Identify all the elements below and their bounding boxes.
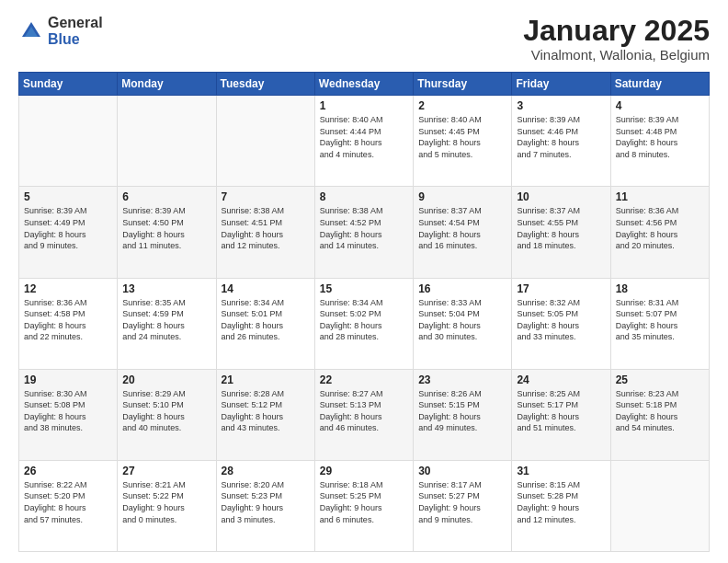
day-info: Sunrise: 8:38 AM Sunset: 4:52 PM Dayligh… <box>320 205 408 251</box>
day-number: 2 <box>418 99 506 112</box>
day-number: 13 <box>122 282 210 295</box>
day-info: Sunrise: 8:31 AM Sunset: 5:07 PM Dayligh… <box>616 297 704 343</box>
calendar-cell: 16Sunrise: 8:33 AM Sunset: 5:04 PM Dayli… <box>414 278 512 369</box>
calendar-cell: 28Sunrise: 8:20 AM Sunset: 5:23 PM Dayli… <box>216 460 314 551</box>
day-info: Sunrise: 8:33 AM Sunset: 5:04 PM Dayligh… <box>418 297 506 343</box>
calendar-cell: 21Sunrise: 8:28 AM Sunset: 5:12 PM Dayli… <box>216 369 314 460</box>
day-number: 15 <box>320 282 408 295</box>
day-info: Sunrise: 8:17 AM Sunset: 5:27 PM Dayligh… <box>418 479 506 525</box>
day-number: 29 <box>320 465 408 477</box>
day-info: Sunrise: 8:28 AM Sunset: 5:12 PM Dayligh… <box>222 388 310 434</box>
day-number: 14 <box>222 282 310 295</box>
day-number: 23 <box>418 373 506 386</box>
calendar-cell: 17Sunrise: 8:32 AM Sunset: 5:05 PM Dayli… <box>512 278 610 369</box>
day-info: Sunrise: 8:30 AM Sunset: 5:08 PM Dayligh… <box>24 388 112 434</box>
day-number: 30 <box>418 465 506 477</box>
day-number: 20 <box>122 373 210 386</box>
day-info: Sunrise: 8:36 AM Sunset: 4:56 PM Dayligh… <box>616 205 704 251</box>
calendar-week-0: 1Sunrise: 8:40 AM Sunset: 4:44 PM Daylig… <box>19 96 710 187</box>
day-info: Sunrise: 8:38 AM Sunset: 4:51 PM Dayligh… <box>222 205 310 251</box>
header-sunday: Sunday <box>19 73 118 96</box>
day-info: Sunrise: 8:27 AM Sunset: 5:13 PM Dayligh… <box>320 388 408 434</box>
day-number: 22 <box>320 373 408 386</box>
calendar-cell: 3Sunrise: 8:39 AM Sunset: 4:46 PM Daylig… <box>512 96 610 187</box>
calendar-cell: 10Sunrise: 8:37 AM Sunset: 4:55 PM Dayli… <box>512 187 610 278</box>
day-info: Sunrise: 8:25 AM Sunset: 5:17 PM Dayligh… <box>517 388 605 434</box>
day-info: Sunrise: 8:37 AM Sunset: 4:54 PM Dayligh… <box>418 205 506 251</box>
day-number: 9 <box>418 190 506 203</box>
day-number: 1 <box>320 99 408 112</box>
calendar-cell: 22Sunrise: 8:27 AM Sunset: 5:13 PM Dayli… <box>314 369 413 460</box>
calendar-cell: 14Sunrise: 8:34 AM Sunset: 5:01 PM Dayli… <box>216 278 314 369</box>
day-number: 5 <box>24 190 112 203</box>
day-number: 10 <box>517 190 605 203</box>
day-number: 17 <box>517 282 605 295</box>
calendar-week-1: 5Sunrise: 8:39 AM Sunset: 4:49 PM Daylig… <box>19 187 710 278</box>
logo: General Blue <box>18 15 103 47</box>
day-number: 3 <box>517 99 605 112</box>
day-number: 24 <box>517 373 605 386</box>
logo-general: General <box>48 15 103 31</box>
calendar-cell: 19Sunrise: 8:30 AM Sunset: 5:08 PM Dayli… <box>19 369 118 460</box>
calendar-table: Sunday Monday Tuesday Wednesday Thursday… <box>18 72 710 552</box>
day-info: Sunrise: 8:36 AM Sunset: 4:58 PM Dayligh… <box>24 297 112 343</box>
calendar-cell <box>216 96 314 187</box>
calendar-week-4: 26Sunrise: 8:22 AM Sunset: 5:20 PM Dayli… <box>19 460 710 551</box>
calendar-cell <box>118 96 216 187</box>
day-number: 8 <box>320 190 408 203</box>
header-friday: Friday <box>512 73 610 96</box>
calendar-week-2: 12Sunrise: 8:36 AM Sunset: 4:58 PM Dayli… <box>19 278 710 369</box>
calendar-cell: 24Sunrise: 8:25 AM Sunset: 5:17 PM Dayli… <box>512 369 610 460</box>
calendar-cell: 15Sunrise: 8:34 AM Sunset: 5:02 PM Dayli… <box>314 278 413 369</box>
header-wednesday: Wednesday <box>314 73 413 96</box>
title-block: January 2025 Vinalmont, Wallonia, Belgiu… <box>523 15 710 63</box>
header: General Blue January 2025 Vinalmont, Wal… <box>18 15 710 63</box>
weekday-header-row: Sunday Monday Tuesday Wednesday Thursday… <box>19 73 710 96</box>
day-info: Sunrise: 8:34 AM Sunset: 5:02 PM Dayligh… <box>320 297 408 343</box>
calendar-cell: 7Sunrise: 8:38 AM Sunset: 4:51 PM Daylig… <box>216 187 314 278</box>
day-info: Sunrise: 8:39 AM Sunset: 4:49 PM Dayligh… <box>24 205 112 251</box>
calendar-cell: 6Sunrise: 8:39 AM Sunset: 4:50 PM Daylig… <box>118 187 216 278</box>
calendar-cell: 8Sunrise: 8:38 AM Sunset: 4:52 PM Daylig… <box>314 187 413 278</box>
day-info: Sunrise: 8:26 AM Sunset: 5:15 PM Dayligh… <box>418 388 506 434</box>
day-number: 7 <box>222 190 310 203</box>
day-number: 25 <box>616 373 704 386</box>
day-number: 11 <box>616 190 704 203</box>
day-number: 28 <box>222 465 310 477</box>
day-info: Sunrise: 8:39 AM Sunset: 4:50 PM Dayligh… <box>122 205 210 251</box>
day-info: Sunrise: 8:34 AM Sunset: 5:01 PM Dayligh… <box>222 297 310 343</box>
location: Vinalmont, Wallonia, Belgium <box>523 47 710 63</box>
page: General Blue January 2025 Vinalmont, Wal… <box>0 0 728 563</box>
calendar-cell <box>19 96 118 187</box>
calendar-cell: 23Sunrise: 8:26 AM Sunset: 5:15 PM Dayli… <box>414 369 512 460</box>
logo-blue: Blue <box>48 31 103 48</box>
day-info: Sunrise: 8:18 AM Sunset: 5:25 PM Dayligh… <box>320 479 408 525</box>
header-monday: Monday <box>118 73 216 96</box>
day-number: 6 <box>122 190 210 203</box>
day-number: 27 <box>122 465 210 477</box>
day-info: Sunrise: 8:40 AM Sunset: 4:44 PM Dayligh… <box>320 114 408 160</box>
calendar-cell: 5Sunrise: 8:39 AM Sunset: 4:49 PM Daylig… <box>19 187 118 278</box>
day-info: Sunrise: 8:35 AM Sunset: 4:59 PM Dayligh… <box>122 297 210 343</box>
day-info: Sunrise: 8:39 AM Sunset: 4:48 PM Dayligh… <box>616 114 704 160</box>
calendar-cell: 30Sunrise: 8:17 AM Sunset: 5:27 PM Dayli… <box>414 460 512 551</box>
header-tuesday: Tuesday <box>216 73 314 96</box>
day-info: Sunrise: 8:32 AM Sunset: 5:05 PM Dayligh… <box>517 297 605 343</box>
calendar-cell: 20Sunrise: 8:29 AM Sunset: 5:10 PM Dayli… <box>118 369 216 460</box>
calendar-cell: 12Sunrise: 8:36 AM Sunset: 4:58 PM Dayli… <box>19 278 118 369</box>
day-info: Sunrise: 8:21 AM Sunset: 5:22 PM Dayligh… <box>122 479 210 525</box>
calendar-cell: 13Sunrise: 8:35 AM Sunset: 4:59 PM Dayli… <box>118 278 216 369</box>
calendar-cell: 2Sunrise: 8:40 AM Sunset: 4:45 PM Daylig… <box>414 96 512 187</box>
day-info: Sunrise: 8:23 AM Sunset: 5:18 PM Dayligh… <box>616 388 704 434</box>
day-info: Sunrise: 8:22 AM Sunset: 5:20 PM Dayligh… <box>24 479 112 525</box>
calendar-cell: 9Sunrise: 8:37 AM Sunset: 4:54 PM Daylig… <box>414 187 512 278</box>
calendar-cell: 4Sunrise: 8:39 AM Sunset: 4:48 PM Daylig… <box>610 96 709 187</box>
calendar-cell: 27Sunrise: 8:21 AM Sunset: 5:22 PM Dayli… <box>118 460 216 551</box>
logo-text: General Blue <box>48 15 103 47</box>
day-info: Sunrise: 8:37 AM Sunset: 4:55 PM Dayligh… <box>517 205 605 251</box>
day-info: Sunrise: 8:20 AM Sunset: 5:23 PM Dayligh… <box>222 479 310 525</box>
calendar-cell <box>610 460 709 551</box>
calendar-week-3: 19Sunrise: 8:30 AM Sunset: 5:08 PM Dayli… <box>19 369 710 460</box>
day-number: 18 <box>616 282 704 295</box>
day-info: Sunrise: 8:15 AM Sunset: 5:28 PM Dayligh… <box>517 479 605 525</box>
